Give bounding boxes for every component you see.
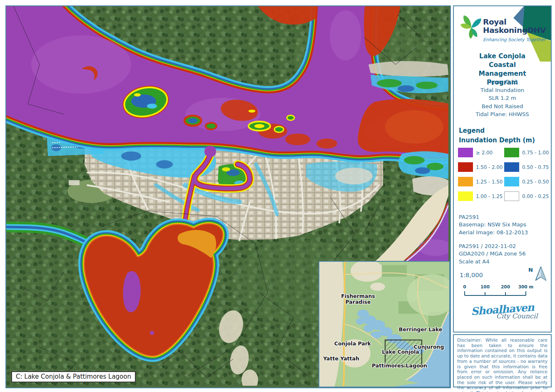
text-line: GDA2020 / MGA zone 56 <box>459 250 525 258</box>
legend-heading: Legend Inundation Depth (m) <box>459 126 535 146</box>
source-metadata: PA2591Basemap: NSW Six MapsAerial Image:… <box>459 213 528 236</box>
legend-label: ≥ 2.00 <box>476 150 493 156</box>
north-indicator: N <box>528 264 547 283</box>
inset-place-label-berringer-lake: Berringer Lake <box>389 327 450 332</box>
legend-swatch <box>458 191 473 201</box>
legend-label: 1.00 - 1.25 <box>476 194 503 199</box>
legend-swatch <box>458 177 473 186</box>
inset-map[interactable]: Fishermans ParadiseConjola ParkYatte Yat… <box>319 261 450 387</box>
legend-swatch <box>504 162 519 172</box>
inset-place-label-fishermans-paradise: Fishermans Paradise <box>335 293 381 305</box>
scalebar: 0100200300 m <box>462 284 533 299</box>
text-line: PA2591 <box>459 213 528 221</box>
legend-label: 1.25 - 1.50 <box>476 179 503 185</box>
legend-label: 0.25 - 0.50 <box>522 179 549 185</box>
figure-info: Figure C-13Tidal InundationSLR 1.2 mBed … <box>454 78 551 119</box>
text-line: Tidal Plane: HHWSS <box>454 110 551 119</box>
legend-item: 0.25 - 0.50 <box>504 177 550 186</box>
page: Fishermans ParadiseConjola ParkYatte Yat… <box>0 0 555 392</box>
legend-label: 1.50 - 2.00 <box>476 164 503 170</box>
inset-place-label-conjola-park: Conjola Park <box>324 341 382 347</box>
inset-place-label-yatte-yattah: Yatte Yattah <box>319 356 365 362</box>
legend-item: 1.50 - 2.00 <box>458 162 503 172</box>
inset-place-label-lake-conjola: Lake Conjola <box>373 349 428 355</box>
council-logo: Shoalhaven City Council <box>454 303 551 320</box>
scalebar-graphic <box>462 290 533 296</box>
legend-swatch <box>504 177 519 186</box>
legend-label: 0.50 - 0.75 <box>522 164 549 170</box>
legend-swatch <box>458 148 473 157</box>
text-line: Tidal Inundation <box>454 86 551 94</box>
scalebar-tick-label: 100 <box>480 284 490 289</box>
scalebar-tick-label: 300 m <box>518 284 534 289</box>
north-label: N <box>528 267 533 273</box>
text-line: Bed Not Raised <box>454 102 551 111</box>
scalebar-tick-label: 200 <box>501 284 510 289</box>
legend-label: 0.00 - 0.25 <box>522 194 549 199</box>
legend-item: 0.50 - 0.75 <box>504 162 550 172</box>
text-line: Figure C-13 <box>454 78 551 86</box>
legend-item: 0.00 - 0.25 <box>504 191 550 201</box>
legend-item: 1.00 - 1.25 <box>458 191 503 201</box>
legend-swatch <box>504 191 519 201</box>
main-map[interactable]: Fishermans ParadiseConjola ParkYatte Yat… <box>5 5 451 388</box>
projection-metadata: PA2591 / 2022-11-02GDA2020 / MGA zone 56… <box>459 243 525 265</box>
north-arrow-icon <box>535 264 547 283</box>
legend-item: ≥ 2.00 <box>458 148 503 157</box>
inset-place-label-pattimores-lagoon: Pattimores Lagoon <box>361 363 438 369</box>
sidebar-panel: Royal HaskoningDHV Enhancing Society Tog… <box>453 5 552 332</box>
disclaimer: Disclaimer: While all reasonable care ha… <box>453 334 552 387</box>
scalebar-tick-label: 0 <box>463 284 466 289</box>
scale-ratio: 1:8,000 <box>460 272 483 278</box>
legend-swatch <box>458 162 473 172</box>
brand-name: Royal HaskoningDHV <box>483 18 546 35</box>
royal-haskoningdhv-lily-icon <box>459 13 483 40</box>
legend-swatch <box>504 148 519 157</box>
legend-item: 1.25 - 1.50 <box>458 177 503 186</box>
legend-item: 0.75 - 1.00 <box>504 148 550 157</box>
text-line: PA2591 / 2022-11-02 <box>459 243 525 250</box>
map-title-label: C: Lake Conjola & Pattimores Lagoon <box>11 371 136 382</box>
brand-tagline: Enhancing Society Together <box>483 37 545 42</box>
legend: ≥ 2.001.50 - 2.001.25 - 1.501.00 - 1.250… <box>458 148 550 201</box>
text-line: Basemap: NSW Six Maps <box>459 221 528 228</box>
text-line: Aerial Image: 08-12-2013 <box>459 229 528 236</box>
legend-label: 0.75 - 1.00 <box>522 150 549 156</box>
text-line: Scale at A4 <box>459 258 525 265</box>
text-line: SLR 1.2 m <box>454 94 551 102</box>
